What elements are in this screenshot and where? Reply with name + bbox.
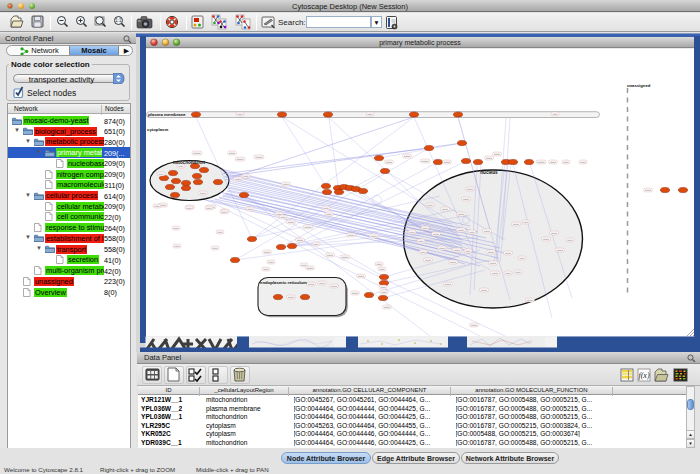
svg-text:f(x): f(x) <box>638 371 649 380</box>
svg-text:endoplasmic reticulum: endoplasmic reticulum <box>260 280 307 285</box>
svg-text:mitochondrion: mitochondrion <box>173 160 205 165</box>
svg-text:plasma membrane: plasma membrane <box>148 112 186 117</box>
svg-text:cytoplasm: cytoplasm <box>147 127 168 132</box>
svg-text:nucleus: nucleus <box>480 170 498 175</box>
svg-text:primary metabolic process: primary metabolic process <box>379 39 461 47</box>
svg-text:1:1: 1:1 <box>115 18 122 23</box>
svg-text:unassigned: unassigned <box>627 83 651 88</box>
